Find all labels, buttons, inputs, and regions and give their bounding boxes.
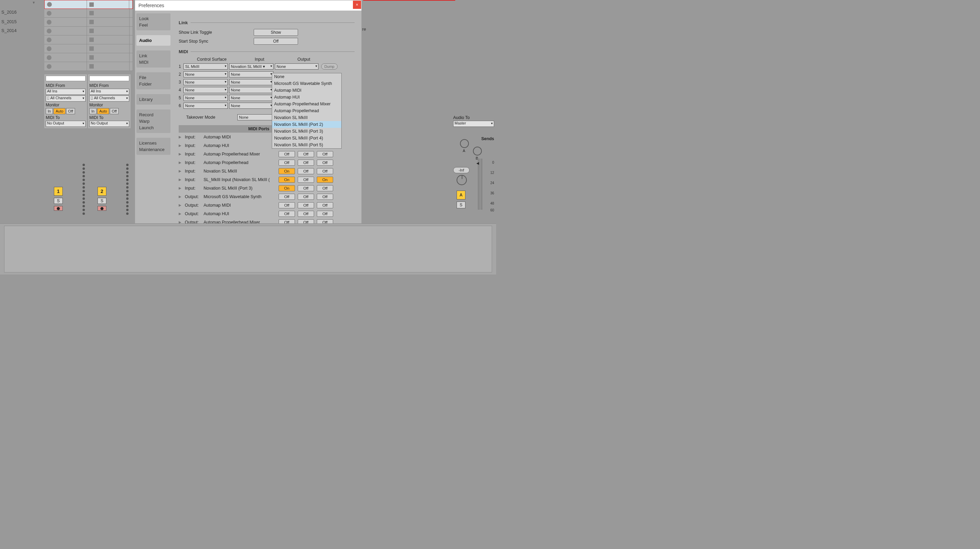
control-surface-select[interactable]: None: [183, 79, 228, 85]
input-select[interactable]: None: [229, 95, 274, 101]
prefs-tab[interactable]: Maintenance: [139, 146, 168, 153]
port-toggle[interactable]: Off: [298, 202, 314, 208]
solo-button[interactable]: S: [54, 198, 63, 204]
prefs-tab[interactable]: File: [139, 74, 168, 81]
output-dropdown[interactable]: NoneMicrosoft GS Wavetable SynthAutomap …: [272, 73, 342, 149]
prefs-tab[interactable]: Look: [139, 15, 168, 22]
dropdown-item[interactable]: Automap Propellerhead Mixer: [272, 100, 341, 107]
port-toggle[interactable]: Off: [278, 202, 295, 208]
midi-channel-select[interactable]: ⌷ All Channels: [89, 95, 129, 102]
port-toggle[interactable]: Off: [317, 168, 333, 174]
arm-button[interactable]: ⬤: [97, 206, 107, 211]
input-select[interactable]: Novation SL MkIII ▾: [229, 64, 274, 70]
port-toggle[interactable]: On: [278, 185, 295, 191]
dropdown-item[interactable]: Novation SL MkIII (Port 4): [272, 135, 341, 142]
solo-button[interactable]: S: [457, 202, 465, 208]
port-toggle[interactable]: Off: [317, 194, 333, 200]
dump-button[interactable]: Dump: [321, 64, 337, 70]
port-toggle[interactable]: Off: [317, 151, 333, 157]
prefs-tab[interactable]: Warp: [139, 118, 168, 124]
solo-button[interactable]: S: [97, 198, 107, 204]
prefs-tab[interactable]: Library: [139, 96, 168, 103]
input-select[interactable]: None: [229, 79, 274, 85]
track-activator[interactable]: A: [457, 191, 465, 199]
monitor-auto-button[interactable]: Auto: [54, 108, 65, 114]
port-toggle[interactable]: Off: [298, 211, 314, 217]
audio-to-select[interactable]: Master: [453, 121, 494, 127]
track-activator[interactable]: 1: [54, 187, 63, 196]
dropdown-item[interactable]: Microsoft GS Wavetable Synth: [272, 80, 341, 87]
send-a-knob[interactable]: [460, 139, 469, 148]
track-name-input[interactable]: [46, 76, 86, 81]
port-toggle[interactable]: Off: [298, 168, 314, 174]
expand-icon[interactable]: ▶: [179, 143, 185, 147]
browser-item[interactable]: S_2014: [2, 28, 17, 33]
dropdown-item[interactable]: Novation SL MkIII (Port 2): [272, 121, 341, 128]
dropdown-item[interactable]: Automap HUI: [272, 94, 341, 100]
browser-item[interactable]: S_2016: [2, 10, 17, 15]
port-toggle[interactable]: Off: [317, 159, 333, 166]
port-toggle[interactable]: On: [317, 177, 333, 183]
dropdown-item[interactable]: Automap Propellerhead: [272, 107, 341, 114]
expand-icon[interactable]: ▶: [179, 169, 185, 173]
midi-to-select[interactable]: No Output: [46, 121, 86, 127]
volume-slider-handle[interactable]: ◀: [476, 161, 479, 165]
dropdown-item[interactable]: Novation SL MkIII: [272, 114, 341, 121]
dropdown-item[interactable]: Novation SL MkIII (Port 3): [272, 128, 341, 135]
expand-icon[interactable]: ▶: [179, 186, 185, 190]
prefs-tab[interactable]: Licenses: [139, 140, 168, 146]
port-toggle[interactable]: Off: [298, 159, 314, 166]
port-toggle[interactable]: Off: [298, 185, 314, 191]
port-toggle[interactable]: Off: [317, 211, 333, 217]
port-toggle[interactable]: Off: [298, 194, 314, 200]
port-toggle[interactable]: Off: [317, 185, 333, 191]
dropdown-item[interactable]: None: [272, 73, 341, 80]
expand-icon[interactable]: ▶: [179, 135, 185, 139]
control-surface-select[interactable]: SL MkIII: [183, 64, 228, 70]
port-toggle[interactable]: Off: [317, 202, 333, 208]
prefs-tab[interactable]: MIDI: [139, 59, 168, 65]
port-toggle[interactable]: Off: [278, 151, 295, 157]
send-b-knob[interactable]: [473, 146, 482, 156]
control-surface-select[interactable]: None: [183, 87, 228, 93]
output-select[interactable]: None: [275, 64, 318, 70]
track-name-input[interactable]: [89, 76, 129, 81]
input-select[interactable]: None: [229, 103, 274, 109]
control-surface-select[interactable]: None: [183, 95, 228, 101]
input-select[interactable]: None: [229, 71, 274, 77]
dropdown-item[interactable]: Novation SL MkIII (Port 5): [272, 142, 341, 148]
port-toggle[interactable]: Off: [278, 211, 295, 217]
prefs-tab[interactable]: Folder: [139, 81, 168, 87]
pan-knob[interactable]: [457, 175, 467, 185]
port-toggle[interactable]: Off: [278, 159, 295, 166]
close-button[interactable]: ×: [353, 1, 361, 9]
monitor-off-button[interactable]: Off: [110, 108, 119, 114]
monitor-off-button[interactable]: Off: [66, 108, 75, 114]
midi-channel-select[interactable]: ⌷ All Channels: [46, 95, 86, 102]
prefs-tab[interactable]: Launch: [139, 124, 168, 131]
midi-from-select[interactable]: All Ins: [89, 89, 129, 95]
track-activator[interactable]: 2: [97, 187, 107, 196]
monitor-in-button[interactable]: In: [89, 108, 97, 114]
prefs-tab[interactable]: Link: [139, 53, 168, 59]
collapse-icon[interactable]: ▼: [32, 1, 35, 5]
expand-icon[interactable]: ▶: [179, 152, 185, 156]
prefs-tab[interactable]: Feel: [139, 22, 168, 28]
control-surface-select[interactable]: None: [183, 71, 228, 77]
browser-item[interactable]: S_2015: [2, 19, 17, 24]
monitor-in-button[interactable]: In: [46, 108, 53, 114]
expand-icon[interactable]: ▶: [179, 203, 185, 207]
port-toggle[interactable]: Off: [298, 177, 314, 183]
dropdown-item[interactable]: Automap MIDI: [272, 87, 341, 94]
port-toggle[interactable]: Off: [278, 194, 295, 200]
expand-icon[interactable]: ▶: [179, 195, 185, 199]
volume-label[interactable]: -Inf: [453, 167, 469, 173]
expand-icon[interactable]: ▶: [179, 212, 185, 215]
port-toggle[interactable]: On: [278, 168, 295, 174]
monitor-auto-button[interactable]: Auto: [97, 108, 109, 114]
midi-from-select[interactable]: All Ins: [46, 89, 86, 95]
port-toggle[interactable]: On: [278, 177, 295, 183]
expand-icon[interactable]: ▶: [179, 161, 185, 164]
control-surface-select[interactable]: None: [183, 103, 228, 109]
midi-to-select[interactable]: No Output: [89, 121, 129, 127]
